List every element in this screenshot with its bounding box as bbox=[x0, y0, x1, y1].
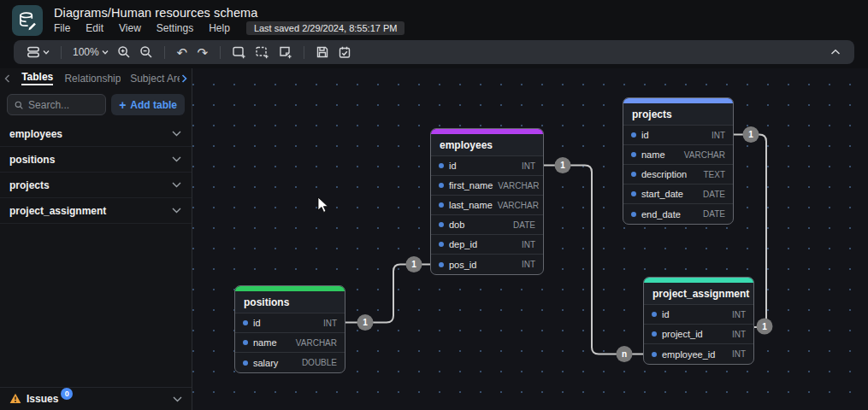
layout-options-button[interactable] bbox=[22, 43, 54, 62]
table-card-project_assignment[interactable]: project_assignmentidINTproject_idINTempl… bbox=[643, 277, 754, 365]
menu-file[interactable]: File bbox=[54, 21, 78, 35]
field-type: INT bbox=[522, 260, 535, 269]
field-row-dob[interactable]: dobDATE bbox=[431, 215, 543, 235]
field-type: VARCHAR bbox=[296, 338, 337, 348]
menu-view[interactable]: View bbox=[111, 21, 149, 35]
menubar: File Edit View Settings Help Last saved … bbox=[54, 21, 404, 35]
zoom-level-dropdown[interactable]: 100% bbox=[68, 43, 113, 62]
sidebar: Tables Relationships Subject Are + Add t… bbox=[0, 68, 192, 410]
add-table-button[interactable]: + Add table bbox=[111, 94, 185, 115]
field-type: INT bbox=[732, 330, 746, 339]
chevron-left-icon bbox=[4, 74, 10, 83]
table-card-employees[interactable]: employeesidINTfirst_nameVARCHARlast_name… bbox=[430, 128, 544, 275]
cardinality-label: 1 bbox=[743, 126, 759, 143]
zoom-out-icon bbox=[139, 45, 153, 59]
cardinality-label: 1 bbox=[406, 256, 422, 272]
add-subject-area-button[interactable] bbox=[251, 43, 274, 62]
menu-edit[interactable]: Edit bbox=[78, 21, 111, 35]
field-dot-icon bbox=[243, 360, 248, 366]
toolbar-separator bbox=[61, 46, 62, 59]
field-row-end_date[interactable]: end_dateDATE bbox=[623, 204, 733, 224]
table-title: positions bbox=[235, 291, 345, 313]
add-table-icon bbox=[232, 45, 246, 60]
field-type: INT bbox=[712, 131, 725, 140]
table-title: projects bbox=[623, 103, 733, 126]
field-row-employee_id[interactable]: employee_idINT bbox=[644, 344, 753, 364]
menu-settings[interactable]: Settings bbox=[149, 21, 201, 35]
field-dot-icon bbox=[652, 352, 657, 357]
sidebar-item-positions[interactable]: positions bbox=[0, 147, 192, 173]
collapse-toolbar-button[interactable] bbox=[825, 43, 846, 62]
chevron-down-icon[interactable] bbox=[172, 131, 181, 137]
field-row-id[interactable]: idINT bbox=[235, 313, 345, 333]
field-row-pos_id[interactable]: pos_idINT bbox=[431, 255, 543, 274]
field-name: id bbox=[253, 318, 318, 328]
field-dot-icon bbox=[631, 132, 636, 138]
field-name: description bbox=[641, 169, 698, 179]
field-name: id bbox=[641, 130, 706, 140]
field-row-id[interactable]: idINT bbox=[644, 305, 753, 325]
table-card-projects[interactable]: projectsidINTnameVARCHARdescriptionTEXTs… bbox=[623, 97, 734, 225]
table-title: project_assignment bbox=[644, 283, 753, 305]
field-name: pos_id bbox=[449, 260, 517, 270]
field-row-id[interactable]: idINT bbox=[623, 126, 733, 145]
field-dot-icon bbox=[631, 172, 636, 177]
search-input[interactable] bbox=[28, 99, 98, 111]
chevron-down-icon[interactable] bbox=[172, 208, 181, 214]
svg-text:n: n bbox=[622, 349, 627, 359]
layout-icon bbox=[27, 45, 40, 59]
sidebar-item-projects[interactable]: projects bbox=[0, 173, 192, 198]
issues-bar[interactable]: Issues 0 bbox=[0, 387, 192, 410]
diagram-canvas[interactable]: 111n11 employeesidINTfirst_nameVARCHARla… bbox=[192, 68, 868, 410]
zoom-out-button[interactable] bbox=[135, 43, 157, 62]
field-dot-icon bbox=[652, 312, 657, 317]
field-name: employee_id bbox=[662, 349, 727, 360]
menu-help[interactable]: Help bbox=[201, 21, 238, 35]
sidebar-item-label: project_assignment bbox=[9, 205, 106, 217]
redo-button[interactable]: ↷ bbox=[192, 43, 213, 62]
zoom-in-button[interactable] bbox=[113, 43, 135, 62]
field-row-name[interactable]: nameVARCHAR bbox=[235, 333, 345, 353]
table-card-positions[interactable]: positionsidINTnameVARCHARsalaryDOUBLE bbox=[234, 285, 345, 373]
sidebar-item-employees[interactable]: employees bbox=[0, 121, 192, 147]
field-row-salary[interactable]: salaryDOUBLE bbox=[235, 353, 345, 372]
chevron-down-icon[interactable] bbox=[172, 156, 181, 162]
field-row-id[interactable]: idINT bbox=[431, 156, 543, 176]
field-row-last_name[interactable]: last_nameVARCHAR bbox=[431, 196, 543, 215]
tab-relationships[interactable]: Relationships bbox=[55, 68, 121, 88]
todo-checklist-icon bbox=[338, 45, 351, 59]
field-row-dep_id[interactable]: dep_idINT bbox=[431, 235, 543, 255]
cardinality-label: 1 bbox=[555, 157, 571, 173]
field-name: start_date bbox=[641, 189, 698, 199]
chevron-up-icon bbox=[830, 49, 841, 56]
chevron-down-icon[interactable] bbox=[173, 396, 182, 402]
chevron-down-icon[interactable] bbox=[172, 182, 181, 188]
field-row-description[interactable]: descriptionTEXT bbox=[623, 165, 733, 184]
add-area-icon bbox=[255, 45, 269, 60]
add-table-toolbar-button[interactable] bbox=[227, 43, 251, 62]
redo-icon: ↷ bbox=[197, 46, 208, 59]
tab-tables[interactable]: Tables bbox=[12, 68, 55, 88]
sidebar-item-project-assignment[interactable]: project_assignment bbox=[0, 198, 192, 224]
add-note-button[interactable] bbox=[274, 43, 297, 62]
sidebar-tabs: Tables Relationships Subject Are bbox=[0, 68, 192, 88]
tabs-scroll-right[interactable] bbox=[180, 68, 190, 88]
field-row-start_date[interactable]: start_dateDATE bbox=[623, 184, 733, 204]
undo-button[interactable]: ↶ bbox=[172, 43, 192, 62]
database-pencil-icon bbox=[18, 11, 38, 31]
field-type: DOUBLE bbox=[302, 358, 337, 367]
tab-tables-label: Tables bbox=[21, 71, 53, 85]
field-row-first_name[interactable]: first_nameVARCHAR bbox=[431, 176, 543, 196]
field-row-name[interactable]: nameVARCHAR bbox=[623, 145, 733, 165]
search-icon bbox=[15, 100, 23, 110]
save-button[interactable] bbox=[311, 43, 334, 62]
app-logo[interactable] bbox=[12, 5, 43, 36]
field-row-project_id[interactable]: project_idINT bbox=[644, 325, 753, 344]
svg-text:1: 1 bbox=[411, 260, 416, 269]
toolbar-separator bbox=[164, 46, 165, 59]
relationship-positions-id-to-employees-pos_id[interactable] bbox=[345, 265, 430, 323]
todo-button[interactable] bbox=[334, 43, 356, 62]
sidebar-item-label: positions bbox=[9, 154, 55, 166]
tabs-scroll-left[interactable] bbox=[2, 68, 12, 88]
tab-subject-areas[interactable]: Subject Are bbox=[121, 68, 180, 88]
